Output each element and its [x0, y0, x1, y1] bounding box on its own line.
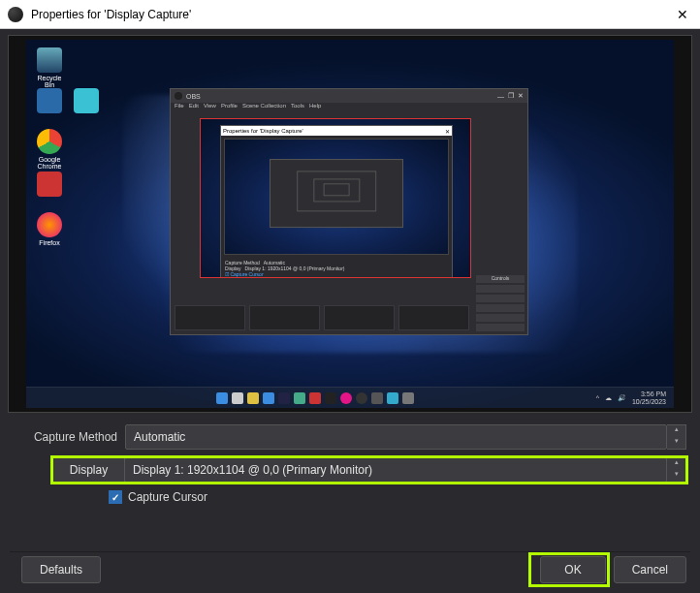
desktop-icon-recycle-bin: Recycle Bin [32, 47, 67, 86]
titlebar: Properties for 'Display Capture' ✕ [0, 0, 700, 29]
nested-obs-window: OBS—❐✕ FileEditViewProfileScene Collecti… [170, 88, 528, 335]
desktop-icon-chrome: Google Chrome [32, 129, 67, 168]
obs-logo-icon [8, 7, 23, 22]
desktop-icon [32, 88, 67, 127]
defaults-button[interactable]: Defaults [21, 556, 101, 583]
close-icon[interactable]: ✕ [673, 7, 692, 22]
ok-button[interactable]: OK [540, 556, 605, 583]
capture-method-select[interactable]: Automatic [125, 424, 667, 450]
capture-method-row: Capture Method Automatic ▴▾ [14, 424, 686, 450]
desktop-icon [69, 88, 104, 127]
window-title: Properties for 'Display Capture' [31, 8, 673, 21]
capture-cursor-checkbox[interactable]: ✓ [109, 490, 122, 504]
capture-cursor-row[interactable]: ✓ Capture Cursor [109, 490, 686, 504]
nested-properties-dialog: Properties for 'Display Capture'✕ Captur… [220, 125, 453, 278]
display-select[interactable]: Display 1: 1920x1104 @ 0,0 (Primary Moni… [125, 457, 667, 483]
display-spinner[interactable]: ▴▾ [667, 457, 686, 483]
capture-method-spinner[interactable]: ▴▾ [667, 424, 686, 450]
capture-cursor-label: Capture Cursor [128, 490, 207, 504]
cancel-button[interactable]: Cancel [614, 556, 686, 583]
taskbar: ^☁🔊 3:56 PM10/25/2023 [26, 387, 674, 408]
properties-form: Capture Method Automatic ▴▾ Display Disp… [0, 421, 700, 514]
display-row: Display Display 1: 1920x1104 @ 0,0 (Prim… [52, 457, 686, 483]
capture-method-label: Capture Method [14, 424, 125, 450]
dialog-footer: Defaults OK Cancel [14, 556, 686, 583]
footer-divider [10, 551, 690, 552]
desktop-preview: Recycle Bin Google Chrome Firefox OBS—❐✕… [26, 40, 674, 408]
preview-area: Recycle Bin Google Chrome Firefox OBS—❐✕… [8, 35, 692, 413]
desktop-icon [32, 172, 67, 210]
display-label: Display [52, 457, 125, 483]
desktop-icon-firefox: Firefox [32, 212, 67, 251]
